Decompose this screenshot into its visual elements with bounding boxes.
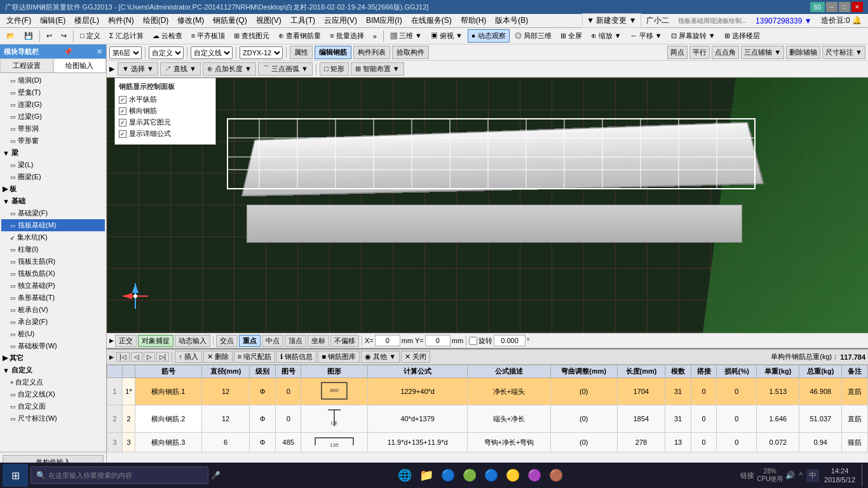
smart-layout-button[interactable]: ⊞ 智能布置 ▼ [351,62,404,76]
tree-item-raft-main-rebar[interactable]: ▭ 筏板主筋(R) [1,255,105,268]
layer-select[interactable]: 第6层 [109,46,142,59]
search-box[interactable]: 🔍 在这里输入你要搜索的内容 [31,466,208,484]
tree-item-pile[interactable]: ▭ 桩(U) [1,328,105,340]
cell-name[interactable]: 横向钢筋.1 [135,378,202,405]
menu-bim[interactable]: BIM应用(I) [362,14,406,27]
code-select[interactable]: ZDYX-12 [240,46,283,59]
menu-price[interactable]: 造价豆:0 🔔 [817,14,865,27]
last-button[interactable]: ▷| [156,352,170,362]
menu-cloud[interactable]: 云应用(V) [320,14,361,27]
custom-line-select[interactable]: 自定义线 [191,46,233,59]
rebar-info-button[interactable]: ℹ 钢筋信息 [276,351,316,363]
delete-rebar-button[interactable]: ✕ 删除 [203,351,233,363]
taskbar-app-1[interactable]: 🌐 [395,468,414,482]
cell-name[interactable]: 横向钢筋.2 [135,405,202,433]
y-input[interactable] [425,335,451,346]
pan-button[interactable]: ↔ 平移 ▼ [627,29,666,43]
network-icon[interactable]: 链接 [740,471,754,480]
minimize-button[interactable]: ─ [826,2,837,12]
cb-show-others[interactable]: ✓ 显示其它图元 [119,118,212,127]
menu-user[interactable]: 广小二 [642,14,673,27]
tree-group-beam[interactable]: ▼ 梁 [1,147,105,159]
tree-item-wall-opening[interactable]: ▭ 墙洞(D) [1,74,105,86]
menu-draw[interactable]: 绘图(D) [139,14,173,27]
menu-tools[interactable]: 工具(T) [287,14,319,27]
tree-item-lintel[interactable]: ▭ 过梁(G) [1,111,105,123]
del-aux-button[interactable]: 删除辅轴 [786,46,820,59]
menu-file[interactable]: 文件(F) [3,14,35,27]
parallel-button[interactable]: 平行 [689,46,710,59]
level-button[interactable]: ≡ 平齐板顶 [187,29,229,43]
define-button[interactable]: □ 定义 [76,29,104,43]
tree-item-strip-foundation[interactable]: ▭ 条形基础(T) [1,292,105,304]
close-button[interactable]: ✕ [851,2,863,12]
ime-indicator[interactable]: 中 [806,469,819,482]
menu-rebar[interactable]: 钢筋量(Q) [209,14,250,27]
next-button[interactable]: ▷ [144,352,155,362]
screen-rotate-button[interactable]: ⊡ 屏幕旋转 ▼ [667,29,719,43]
line-button[interactable]: ↗ 直线 ▼ [160,62,201,76]
orthogonal-button[interactable]: 正交 [115,335,137,347]
arc-button[interactable]: ⌒ 三点画弧 ▼ [258,62,313,76]
tree-item-custom-line[interactable]: ▭ 自定义线(X) [1,388,105,400]
cloud-check-button[interactable]: ☁ 云检查 [149,29,186,43]
taskbar-app-8[interactable]: 🟤 [546,468,566,482]
tab-project-settings[interactable]: 工程设置 [0,58,53,72]
point-extend-button[interactable]: ⊕ 点加长度 ▼ [203,62,256,76]
3d-viewport[interactable]: 钢筋显示控制面板 ✓ 水平纵筋 ✓ 横向钢筋 ✓ 显示其它图元 ✓ 显示详细公式 [107,78,868,333]
volume-icon[interactable]: 🔊 [785,471,795,480]
menu-floor[interactable]: 楼层(L) [71,14,103,27]
custom-select[interactable]: 自定义 [149,46,184,59]
tree-item-sump[interactable]: ↙ 集水坑(K) [1,231,105,243]
dynamic-input-button[interactable]: 动态输入 [175,335,210,347]
tree-item-ring-beam[interactable]: ▭ 圈梁(E) [1,171,105,183]
menu-new-change[interactable]: ▼ 新建变更 ▼ [582,13,641,28]
table-row[interactable]: 1 1* 横向钢筋.1 12 Φ 0 660 [107,378,868,405]
tree-item-coupling-beam[interactable]: ▭ 连梁(G) [1,98,105,111]
rebar-table-scroll[interactable]: 筋号 直径(mm) 级别 图号 图形 计算公式 公式描述 弯曲调整(mm) 长度… [107,365,868,479]
cb-show-formula[interactable]: ✓ 显示详细公式 [119,129,212,139]
rotate-checkbox[interactable] [469,337,477,345]
tree-item-beam-l[interactable]: ▭ 梁(L) [1,159,105,171]
close-rebar-button[interactable]: ✕ 关闭 [401,351,430,363]
vertex-button[interactable]: 顶点 [285,335,306,347]
tree-item-band-opening[interactable]: ▭ 带形洞 [1,123,105,135]
table-row[interactable]: 2 2 横向钢筋.2 12 Φ 0 L形 [107,405,868,433]
topview-button[interactable]: ▣ 俯视 ▼ [427,29,466,43]
tab-draw-input[interactable]: 绘图输入 [53,58,107,72]
pick-component-button[interactable]: 拾取构件 [392,46,429,59]
nav-close[interactable]: ✕ [97,48,102,56]
taskbar-app-2[interactable]: 📁 [417,468,436,482]
rotate-input[interactable] [494,335,526,346]
center-point-button[interactable]: 重点 [239,335,261,347]
more-button[interactable]: » [369,30,381,42]
tree-item-column-cap[interactable]: ▭ 柱墩(I) [1,243,105,255]
tree-group-other[interactable]: ▶ 其它 [1,352,105,364]
taskbar-app-4[interactable]: 🟢 [460,468,479,482]
first-button[interactable]: |◁ [116,352,130,362]
cb-horiz-rebar[interactable]: ✓ 水平纵筋 [119,95,212,104]
save-button[interactable]: 💾 [20,30,37,42]
cb-lateral-rebar[interactable]: ✓ 横向钢筋 [119,106,212,116]
undo-button[interactable]: ↩ [43,30,56,42]
calc-button[interactable]: Σ 汇总计算 [105,29,147,43]
fullscreen-button[interactable]: ⊞ 全屏 [557,29,586,43]
snap-button[interactable]: 对象捕捉 [138,335,173,347]
tree-item-band-window[interactable]: ▭ 带形窗 [1,135,105,147]
tree-item-raft-foundation[interactable]: ▭ 筏板基础(M) [1,219,105,231]
menu-view[interactable]: 视图(V) [252,14,285,27]
tree-group-foundation[interactable]: ▼ 基础 [1,195,105,207]
menu-online[interactable]: 在线服务(S) [407,14,456,27]
tree-item-raft-neg-rebar[interactable]: ▭ 筏板负筋(X) [1,268,105,280]
property-button[interactable]: 属性 [290,46,313,59]
two-point-button[interactable]: 两点 [667,46,688,59]
tree-item-niche[interactable]: ▭ 壁龛(T) [1,86,105,98]
menu-modify[interactable]: 修改(M) [173,14,208,27]
menu-phone[interactable]: 13907298339 ▼ [752,15,816,27]
redo-button[interactable]: ↪ [57,30,71,42]
table-row[interactable]: 3 3 横向钢筋.3 6 Φ 485 135 [107,433,868,452]
floor-select-button[interactable]: ⊞ 选择楼层 [721,29,764,43]
batch-select-button[interactable]: ≡ 批量选择 [326,29,367,43]
component-list-button[interactable]: 构件列表 [353,46,390,59]
orbit-button[interactable]: ● 动态观察 [468,29,510,43]
